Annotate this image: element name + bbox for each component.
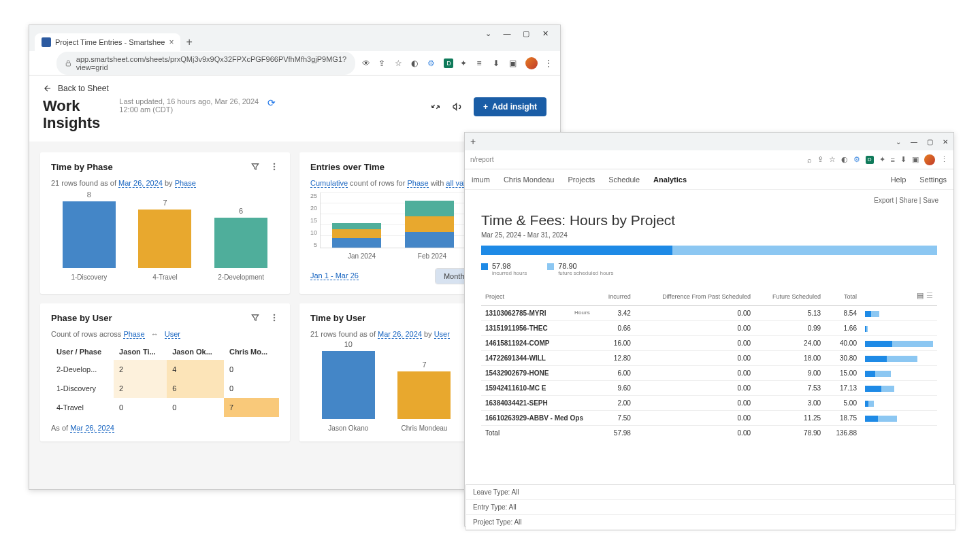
table-row[interactable]: 16610263929-ABBV - Med Ops7.500.0011.251…: [481, 411, 937, 426]
tab-title: Project Time Entries - Smartshee: [55, 38, 165, 46]
table-row[interactable]: 13103062785-MYRI Hours3.420.005.138.54: [481, 306, 937, 321]
filter-row[interactable]: Entry Type: All: [466, 500, 955, 515]
search-icon[interactable]: ⌕: [807, 156, 812, 164]
close-window-icon[interactable]: ✕: [541, 29, 549, 38]
addressbar-actions: 👁 ⇪ ☆ ◐ ⚙ D ✦ ≡ ⬇ ▣ ⋮: [362, 57, 554, 69]
back-to-sheet-link[interactable]: Back to Sheet: [43, 84, 546, 93]
share-icon[interactable]: ⇪: [817, 155, 823, 164]
table-row[interactable]: 14615811924-COMP16.000.0024.0040.00: [481, 336, 937, 351]
share-icon[interactable]: ⇪: [378, 59, 388, 68]
table-row[interactable]: 15432902679-HONE6.000.009.0015.00: [481, 366, 937, 381]
minimize-icon[interactable]: —: [503, 29, 511, 38]
panel-icon[interactable]: ▣: [509, 59, 519, 68]
plus-icon: +: [483, 102, 488, 112]
list-view-icon[interactable]: ☰: [926, 291, 933, 300]
maximize-icon[interactable]: ▢: [522, 29, 530, 38]
date-range-link[interactable]: Jan 1 - Mar 26: [310, 271, 359, 280]
new-tab-button[interactable]: +: [470, 136, 476, 147]
card-time-by-phase: Time by Phase 21 rows found as of Mar 26…: [40, 152, 290, 294]
download-icon[interactable]: ⬇: [493, 59, 502, 68]
filter-row[interactable]: Project Type: All: [466, 515, 955, 530]
eye-off-icon[interactable]: 👁: [362, 59, 372, 68]
date-link[interactable]: Mar 26, 2024: [118, 179, 163, 188]
nav-imum[interactable]: imum: [472, 176, 490, 184]
nav-projects[interactable]: Projects: [568, 176, 595, 184]
nav-schedule[interactable]: Schedule: [608, 176, 640, 184]
user-link[interactable]: User: [165, 330, 180, 339]
analytics-window: + ⌄ — ▢ ✕ n/report ⌕ ⇪ ☆ ◐ ⚙ D ✦ ≡ ⬇ ▣ ⋮…: [464, 132, 954, 527]
close-window-icon[interactable]: ✕: [943, 138, 948, 146]
list-icon[interactable]: ≡: [476, 59, 486, 68]
arrow-left-icon: [43, 84, 52, 93]
kebab-icon[interactable]: ⋮: [544, 59, 554, 68]
ext-d-icon[interactable]: D: [866, 156, 874, 164]
ext-d-icon[interactable]: D: [444, 59, 453, 68]
table-row[interactable]: 15942411610-MC E9.600.007.5317.13: [481, 381, 937, 396]
maximize-icon[interactable]: ▢: [927, 138, 933, 146]
export-links[interactable]: Export | Share | Save: [465, 190, 953, 207]
avatar[interactable]: [924, 154, 935, 165]
main-nav: imumChris MondeauProjectsScheduleAnalyti…: [465, 169, 953, 190]
filter-icon[interactable]: [250, 313, 260, 322]
kebab-icon[interactable]: [270, 313, 279, 322]
crescent-icon[interactable]: ◐: [841, 155, 848, 164]
card-title: Time by Phase: [51, 162, 113, 172]
browser-tabstrip: + ⌄ — ▢ ✕: [465, 133, 953, 150]
browser-tab[interactable]: Project Time Entries - Smartshee ×: [35, 33, 180, 51]
megaphone-icon[interactable]: [452, 101, 463, 112]
chevron-down-icon[interactable]: ⌄: [896, 138, 901, 146]
nav-settings[interactable]: Settings: [919, 176, 947, 184]
puzzle-icon[interactable]: ✦: [879, 155, 885, 164]
browser-tabstrip: Project Time Entries - Smartshee × + ⌄ —…: [29, 25, 560, 51]
close-tab-icon[interactable]: ×: [169, 37, 174, 47]
table-row[interactable]: 16384034421-SEPH2.000.003.005.00: [481, 396, 937, 411]
phase-link[interactable]: Phase: [123, 330, 144, 339]
refresh-icon[interactable]: ⟳: [267, 97, 276, 108]
download-icon[interactable]: ⬇: [900, 155, 906, 164]
crescent-icon[interactable]: ◐: [411, 59, 421, 68]
svg-point-2: [274, 166, 275, 167]
url-input[interactable]: app.smartsheet.com/sheets/prxQMj3v9x9Qx3…: [56, 52, 355, 75]
panel-icon[interactable]: ▣: [912, 155, 919, 164]
minimize-icon[interactable]: —: [911, 138, 917, 146]
kebab-icon[interactable]: ⋮: [941, 155, 948, 164]
nav-analytics[interactable]: Analytics: [653, 176, 687, 184]
filter-row[interactable]: Leave Type: All: [466, 485, 955, 500]
svg-point-3: [274, 169, 275, 170]
star-icon[interactable]: ☆: [829, 155, 836, 164]
avatar[interactable]: [525, 57, 538, 69]
svg-point-1: [274, 163, 275, 165]
report-date-range: Mar 25, 2024 - Mar 31, 2024: [481, 231, 937, 239]
hours-table: ProjectIncurredDifference From Past Sche…: [481, 288, 937, 440]
addressbar-actions: ⌕ ⇪ ☆ ◐ ⚙ D ✦ ≡ ⬇ ▣ ⋮: [807, 154, 948, 165]
nav-help[interactable]: Help: [891, 176, 906, 184]
chevron-down-icon[interactable]: ⌄: [484, 29, 492, 38]
phase-link[interactable]: Phase: [407, 179, 428, 188]
table-row[interactable]: 14722691344-WILL12.800.0018.0030.80: [481, 351, 937, 366]
user-link[interactable]: User: [434, 330, 450, 339]
table-row[interactable]: 13151911956-THEC0.660.000.991.66: [481, 321, 937, 336]
gear-icon[interactable]: ⚙: [427, 59, 437, 68]
nav-chris-mondeau[interactable]: Chris Mondeau: [504, 176, 555, 184]
star-icon[interactable]: ☆: [395, 59, 404, 68]
list-icon[interactable]: ≡: [891, 156, 895, 164]
kebab-icon[interactable]: [270, 162, 279, 171]
bar-view-icon[interactable]: ▤: [917, 291, 924, 300]
phase-link[interactable]: Phase: [175, 179, 196, 188]
add-insight-button[interactable]: + Add insight: [474, 97, 546, 116]
url-text: app.smartsheet.com/sheets/prxQMj3v9x9Qx3…: [76, 55, 348, 71]
filter-icon[interactable]: [250, 162, 260, 171]
collapse-icon[interactable]: [430, 101, 441, 112]
url-text: n/report: [470, 156, 493, 163]
gear-icon[interactable]: ⚙: [853, 155, 860, 164]
card-title: Phase by User: [51, 313, 112, 323]
cumulative-link[interactable]: Cumulative: [310, 179, 348, 188]
card-title: Time by User: [310, 313, 365, 323]
report-body: Time & Fees: Hours by Project Mar 25, 20…: [465, 207, 953, 446]
puzzle-icon[interactable]: ✦: [460, 59, 470, 68]
svg-point-8: [274, 317, 275, 318]
date-link[interactable]: Mar 26, 2024: [70, 424, 114, 433]
legend: 57.98incurred hours 78.90future schedule…: [481, 262, 937, 276]
new-tab-button[interactable]: +: [180, 33, 197, 51]
date-link[interactable]: Mar 26, 2024: [378, 330, 422, 339]
